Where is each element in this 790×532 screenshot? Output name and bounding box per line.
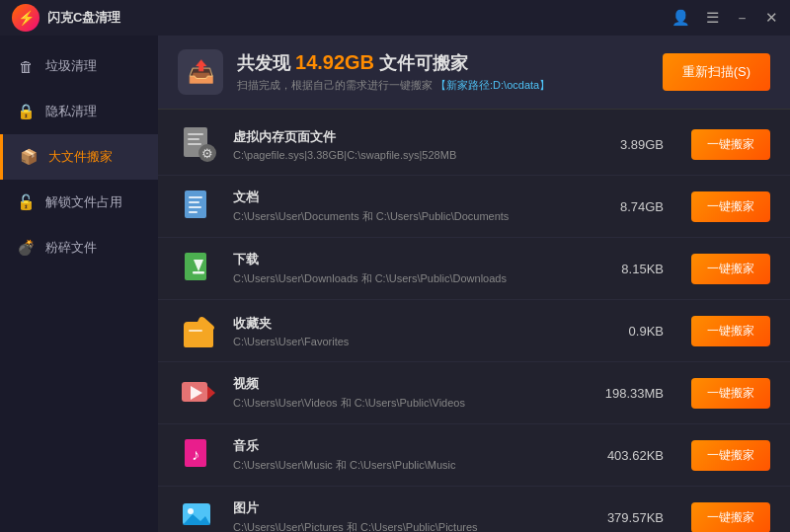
file-item-downloads: 下载 C:\Users\User\Downloads 和 C:\Users\Pu…: [158, 238, 790, 300]
file-info-music: 音乐 C:\Users\User\Music 和 C:\Users\Public…: [233, 437, 571, 473]
sidebar-label-largefile: 大文件搬家: [48, 148, 113, 166]
file-info-favorites: 收藏夹 C:\Users\User\Favorites: [233, 315, 571, 347]
file-path-favorites: C:\Users\User\Favorites: [233, 336, 571, 347]
file-icon-downloads: [178, 248, 219, 289]
move-button-documents[interactable]: 一键搬家: [691, 191, 770, 222]
titlebar: ⚡ 闪克C盘清理 👤 ☰ － ✕: [0, 0, 790, 36]
file-size-videos: 198.33MB: [585, 386, 664, 401]
file-info-documents: 文档 C:\Users\User\Documents 和 C:\Users\Pu…: [233, 189, 571, 224]
file-path-documents: C:\Users\User\Documents 和 C:\Users\Publi…: [233, 209, 571, 224]
sidebar-item-largefile[interactable]: 📦 大文件搬家: [0, 134, 158, 180]
privacy-icon: 🔒: [16, 102, 36, 121]
trash-icon: 🗑: [16, 56, 36, 76]
header-icon: 📤: [178, 49, 223, 95]
header-subtitle: 扫描完成，根据自己的需求进行一键搬家 【新家路径:D:\ocdata】: [237, 78, 550, 93]
svg-rect-7: [189, 196, 202, 198]
file-name-videos: 视频: [233, 375, 571, 393]
move-button-downloads[interactable]: 一键搬家: [691, 254, 770, 284]
file-path-pagefile: C:\pagefile.sys|3.38GB|C:\swapfile.sys|5…: [233, 149, 571, 161]
app-logo: ⚡ 闪克C盘清理: [12, 4, 120, 32]
sidebar-item-fragment[interactable]: 💣 粉碎文件: [0, 225, 158, 270]
svg-rect-3: [188, 143, 201, 145]
sidebar-label-trash: 垃圾清理: [45, 57, 97, 75]
file-name-pagefile: 虚拟内存页面文件: [233, 128, 571, 146]
file-icon-pictures: [178, 496, 219, 532]
file-path-pictures: C:\Users\User\Pictures 和 C:\Users\Public…: [233, 520, 571, 532]
file-path-music: C:\Users\User\Music 和 C:\Users\Public\Mu…: [233, 458, 571, 473]
file-info-pagefile: 虚拟内存页面文件 C:\pagefile.sys|3.38GB|C:\swapf…: [233, 128, 571, 161]
header-left: 📤 共发现 14.92GB 文件可搬家 扫描完成，根据自己的需求进行一键搬家 【…: [178, 49, 550, 95]
sidebar-item-unlock[interactable]: 🔓 解锁文件占用: [0, 180, 158, 225]
file-icon-videos: [178, 372, 219, 414]
svg-rect-2: [188, 138, 199, 140]
file-icon-favorites: [178, 310, 219, 351]
sidebar: 🗑 垃圾清理 🔒 隐私清理 📦 大文件搬家 🔓 解锁文件占用 💣 粉碎文件: [0, 36, 158, 532]
rescan-button[interactable]: 重新扫描(S): [663, 53, 770, 91]
menu-icon[interactable]: ☰: [706, 9, 719, 27]
svg-text:♪: ♪: [192, 446, 199, 463]
content-area: 📤 共发现 14.92GB 文件可搬家 扫描完成，根据自己的需求进行一键搬家 【…: [158, 36, 790, 532]
file-name-downloads: 下载: [233, 251, 571, 268]
svg-rect-1: [188, 133, 203, 135]
title-suffix: 文件可搬家: [374, 53, 468, 73]
file-path-videos: C:\Users\User\Videos 和 C:\Users\Public\V…: [233, 396, 571, 411]
header-text: 共发现 14.92GB 文件可搬家 扫描完成，根据自己的需求进行一键搬家 【新家…: [237, 51, 550, 93]
svg-rect-6: [185, 190, 206, 218]
file-item-documents: 文档 C:\Users\User\Documents 和 C:\Users\Pu…: [158, 176, 790, 238]
move-button-favorites[interactable]: 一键搬家: [691, 316, 770, 346]
logo-icon: ⚡: [12, 4, 40, 32]
header-title: 共发现 14.92GB 文件可搬家: [237, 51, 550, 75]
svg-marker-16: [207, 386, 215, 400]
file-info-videos: 视频 C:\Users\User\Videos 和 C:\Users\Publi…: [233, 375, 571, 411]
svg-rect-13: [193, 271, 204, 274]
file-size-documents: 8.74GB: [585, 199, 664, 214]
file-list: ⚙ 虚拟内存页面文件 C:\pagefile.sys|3.38GB|C:\swa…: [158, 110, 790, 532]
svg-rect-8: [189, 201, 199, 203]
file-info-downloads: 下载 C:\Users\User\Downloads 和 C:\Users\Pu…: [233, 251, 571, 286]
file-size-pictures: 379.57KB: [585, 510, 664, 525]
file-name-documents: 文档: [233, 189, 571, 206]
file-item-music: ♪ 音乐 C:\Users\User\Music 和 C:\Users\Publ…: [158, 424, 790, 487]
move-button-pagefile[interactable]: 一键搬家: [691, 129, 770, 160]
close-icon[interactable]: ✕: [765, 9, 778, 27]
sidebar-item-privacy[interactable]: 🔒 隐私清理: [0, 89, 158, 134]
move-button-music[interactable]: 一键搬家: [691, 440, 770, 471]
file-item-favorites: 收藏夹 C:\Users\User\Favorites 0.9KB 一键搬家: [158, 300, 790, 362]
file-item-videos: 视频 C:\Users\User\Videos 和 C:\Users\Publi…: [158, 362, 790, 424]
sidebar-label-fragment: 粉碎文件: [45, 239, 97, 257]
svg-rect-10: [189, 211, 198, 213]
file-size-music: 403.62KB: [585, 448, 664, 463]
file-name-pictures: 图片: [233, 499, 571, 517]
file-info-pictures: 图片 C:\Users\User\Pictures 和 C:\Users\Pub…: [233, 499, 571, 532]
file-icon-music: ♪: [178, 434, 219, 476]
file-item-pagefile: ⚙ 虚拟内存页面文件 C:\pagefile.sys|3.38GB|C:\swa…: [158, 114, 790, 176]
app-title: 闪克C盘清理: [47, 9, 120, 27]
file-size-favorites: 0.9KB: [585, 324, 664, 339]
unlock-icon: 🔓: [16, 192, 36, 212]
file-path-downloads: C:\Users\User\Downloads 和 C:\Users\Publi…: [233, 271, 571, 286]
main-container: 🗑 垃圾清理 🔒 隐私清理 📦 大文件搬家 🔓 解锁文件占用 💣 粉碎文件 📤: [0, 36, 790, 532]
content-header: 📤 共发现 14.92GB 文件可搬家 扫描完成，根据自己的需求进行一键搬家 【…: [158, 36, 790, 110]
sidebar-item-trash[interactable]: 🗑 垃圾清理: [0, 43, 158, 89]
sidebar-label-unlock: 解锁文件占用: [45, 193, 122, 211]
file-name-music: 音乐: [233, 437, 571, 455]
sidebar-label-privacy: 隐私清理: [45, 103, 97, 120]
window-controls: 👤 ☰ － ✕: [672, 9, 778, 28]
file-size-pagefile: 3.89GB: [585, 137, 664, 152]
file-size-downloads: 8.15KB: [585, 262, 664, 276]
file-name-favorites: 收藏夹: [233, 315, 571, 333]
fragment-icon: 💣: [16, 238, 36, 258]
largefile-icon: 📦: [19, 147, 39, 167]
move-button-videos[interactable]: 一键搬家: [691, 378, 770, 409]
svg-rect-14: [189, 330, 202, 332]
svg-rect-9: [189, 206, 201, 208]
file-icon-documents: [178, 186, 219, 227]
user-icon[interactable]: 👤: [672, 9, 690, 27]
minimize-icon[interactable]: －: [735, 9, 750, 28]
file-item-pictures: 图片 C:\Users\User\Pictures 和 C:\Users\Pub…: [158, 487, 790, 532]
title-prefix: 共发现: [237, 53, 295, 73]
title-size: 14.92GB: [295, 51, 374, 73]
move-button-pictures[interactable]: 一键搬家: [691, 502, 770, 533]
file-icon-pagefile: ⚙: [178, 123, 219, 165]
svg-rect-11: [185, 253, 206, 280]
